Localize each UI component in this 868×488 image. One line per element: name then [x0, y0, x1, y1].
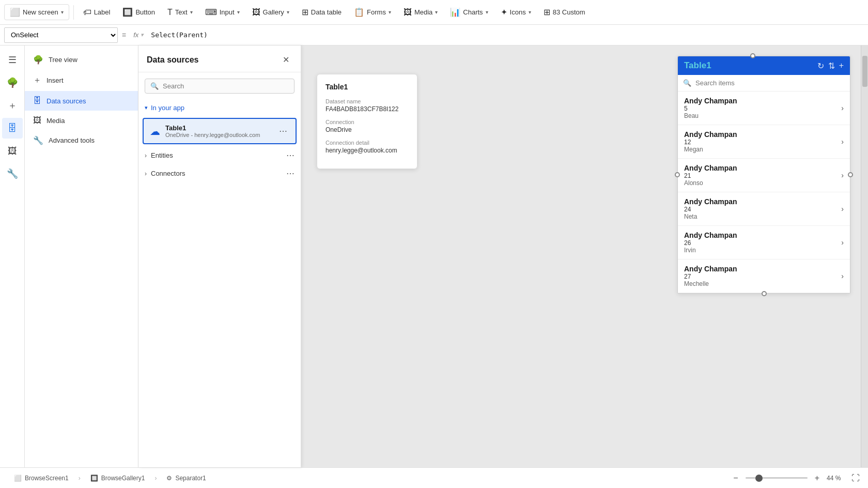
- selection-handle-bottom[interactable]: [762, 291, 767, 296]
- sidebar-tree-view-button[interactable]: 🌳: [2, 72, 23, 93]
- nav-tree-view-icon: 🌳: [33, 55, 43, 65]
- zoom-minus-button[interactable]: −: [730, 472, 741, 484]
- formula-property-select[interactable]: OnSelect: [4, 27, 118, 43]
- separator-tab-label: Separator1: [175, 475, 206, 482]
- custom-button[interactable]: ⊞ 83 Custom: [538, 5, 591, 20]
- gallery-item-sub: Megan: [684, 146, 841, 153]
- selection-handle-right[interactable]: [848, 172, 853, 177]
- table1-text: Table1 OneDrive - henry.legge@outlook.co…: [165, 124, 272, 138]
- entities-section-row[interactable]: › Entities ⋯: [138, 146, 301, 164]
- gallery-item-num: 12: [684, 139, 841, 146]
- gallery-search-input[interactable]: [695, 79, 845, 87]
- gallery-item[interactable]: Andy Champan 26 Irvin ›: [678, 226, 850, 260]
- input-button[interactable]: ⌨ Input ▾: [200, 5, 245, 20]
- table1-sub: OneDrive - henry.legge@outlook.com: [165, 132, 272, 138]
- custom-label: 83 Custom: [553, 8, 585, 16]
- new-screen-button[interactable]: ⬜ New screen ▾: [4, 4, 69, 20]
- gallery-search-icon: 🔍: [683, 79, 691, 87]
- zoom-controls: − + 44 % ⛶: [730, 472, 860, 484]
- expand-button[interactable]: ⛶: [851, 474, 860, 483]
- forms-label: Forms: [367, 8, 386, 16]
- info-connection-value: OneDrive: [326, 126, 409, 133]
- nav-data-sources[interactable]: 🗄 Data sources: [25, 91, 138, 111]
- media-label: Media: [414, 8, 432, 16]
- info-connection-row: Connection OneDrive: [326, 119, 409, 133]
- label-button[interactable]: 🏷 Label: [78, 5, 116, 20]
- nav-media[interactable]: 🖼 Media: [25, 111, 138, 130]
- browse-gallery-tab-label: BrowseGallery1: [101, 475, 145, 482]
- gallery-refresh-button[interactable]: ↻: [817, 61, 824, 71]
- separator-tab[interactable]: ⚙ Separator1: [161, 471, 211, 485]
- in-your-app-section-header[interactable]: ▾ In your app: [138, 100, 301, 116]
- gallery-item[interactable]: Andy Champan 24 Neta ›: [678, 192, 850, 226]
- right-scrollbar[interactable]: [861, 45, 868, 467]
- formula-fx-label: fx ▾: [130, 31, 147, 39]
- icons-dropdown-arrow: ▾: [529, 9, 531, 15]
- label-label: Label: [94, 8, 111, 16]
- nav-insert-label: Insert: [47, 77, 64, 84]
- icons-button[interactable]: ✦ Icons ▾: [495, 5, 536, 20]
- gallery-item[interactable]: Andy Champan 5 Beau ›: [678, 91, 850, 125]
- gallery-item-name: Andy Champan: [684, 197, 841, 206]
- panel-close-button[interactable]: ✕: [280, 54, 292, 66]
- connectors-section-row[interactable]: › Connectors ⋯: [138, 164, 301, 182]
- nav-data-sources-label: Data sources: [47, 97, 86, 105]
- text-button[interactable]: T Text ▾: [162, 5, 198, 20]
- gallery-item-name: Andy Champan: [684, 265, 841, 273]
- nav-insert[interactable]: ＋ Insert: [25, 70, 138, 91]
- data-table-button[interactable]: ⊞ Data table: [297, 5, 347, 20]
- button-button[interactable]: 🔲 Button: [117, 5, 160, 20]
- gallery-item[interactable]: Andy Champan 27 Mechelle ›: [678, 260, 850, 293]
- gallery-sort-button[interactable]: ⇅: [828, 61, 835, 71]
- browse-screen-tab[interactable]: ⬜ BrowseScreen1: [8, 471, 74, 485]
- zoom-slider[interactable]: [746, 477, 808, 479]
- insert-icon: ＋: [8, 99, 17, 112]
- gallery-search-container[interactable]: 🔍: [678, 75, 850, 91]
- canvas-area: Table1 Dataset name FA4BADB8183CF7B8I122…: [301, 45, 861, 467]
- connectors-menu-button[interactable]: ⋯: [286, 169, 295, 178]
- media-button[interactable]: 🖼 Media ▾: [398, 5, 443, 20]
- table1-name: Table1: [165, 124, 272, 132]
- gallery-button[interactable]: 🖼 Gallery ▾: [247, 5, 295, 20]
- nav-tree-view-label: Tree view: [49, 56, 78, 64]
- selection-handle-left[interactable]: [675, 172, 680, 177]
- panel-search-container[interactable]: 🔍: [145, 79, 295, 94]
- bottom-bar: ⬜ BrowseScreen1 › 🔲 BrowseGallery1 › ⚙ S…: [0, 467, 868, 488]
- tree-view-icon: 🌳: [7, 77, 18, 88]
- gallery-add-button[interactable]: +: [839, 61, 844, 70]
- table1-cloud-icon: ☁: [150, 125, 160, 138]
- table1-menu-button[interactable]: ⋯: [277, 125, 289, 137]
- connectors-label: Connectors: [151, 170, 185, 177]
- sidebar-advanced-tools-button[interactable]: 🔧: [2, 163, 23, 184]
- entities-menu-button[interactable]: ⋯: [286, 150, 295, 160]
- left-sidebar: ☰ 🌳 ＋ 🗄 🖼 🔧: [0, 45, 25, 467]
- zoom-plus-button[interactable]: +: [812, 472, 823, 484]
- new-screen-dropdown-arrow: ▾: [61, 9, 64, 15]
- gallery-header: Table1 ↻ ⇅ +: [678, 56, 850, 75]
- formula-input[interactable]: [151, 27, 864, 43]
- sidebar-data-sources-button[interactable]: 🗄: [2, 118, 23, 139]
- selection-handle-top[interactable]: [750, 53, 755, 58]
- button-icon: 🔲: [122, 7, 133, 17]
- charts-button[interactable]: 📊 Charts ▾: [445, 5, 493, 20]
- entities-chevron-icon: ›: [145, 152, 147, 159]
- label-icon: 🏷: [83, 8, 91, 17]
- media-dropdown-arrow: ▾: [435, 9, 438, 15]
- forms-button[interactable]: 📋 Forms ▾: [349, 5, 396, 20]
- panel-search-input[interactable]: [163, 82, 289, 90]
- icons-label: Icons: [510, 8, 526, 16]
- sidebar-hamburger-button[interactable]: ☰: [2, 50, 23, 70]
- nav-tree-view[interactable]: 🌳 Tree view: [25, 50, 138, 70]
- table1-item[interactable]: ☁ Table1 OneDrive - henry.legge@outlook.…: [143, 118, 297, 144]
- browse-gallery-tab[interactable]: 🔲 BrowseGallery1: [85, 471, 151, 485]
- sidebar-insert-button[interactable]: ＋: [2, 95, 23, 116]
- scrollbar-thumb[interactable]: [862, 56, 867, 87]
- info-connection-detail-label: Connection detail: [326, 140, 409, 146]
- sidebar-media-button[interactable]: 🖼: [2, 141, 23, 161]
- new-screen-icon: ⬜: [10, 7, 20, 17]
- nav-advanced-tools[interactable]: 🔧 Advanced tools: [25, 130, 138, 150]
- gallery-label: Gallery: [263, 8, 284, 16]
- gallery-items-container: Andy Champan 5 Beau › Andy Champan 12 Me…: [678, 91, 850, 293]
- gallery-item[interactable]: Andy Champan 21 Alonso ›: [678, 159, 850, 192]
- gallery-item[interactable]: Andy Champan 12 Megan ›: [678, 125, 850, 159]
